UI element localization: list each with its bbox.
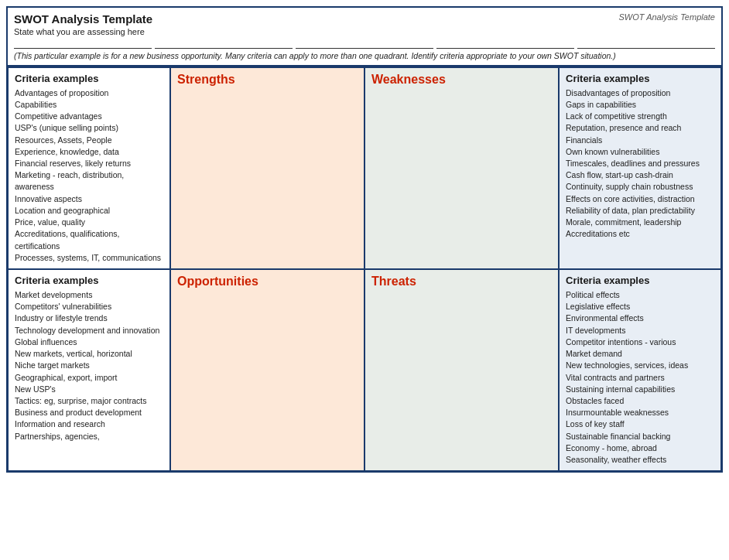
list-item: Lack of competitive strength [566,111,714,122]
weaknesses-quadrant: Weaknesses [364,67,559,269]
list-item: Processes, systems, IT, communications [15,252,163,264]
threats-quadrant: Threats [364,269,559,471]
list-item: USP's (unique selling points) [15,122,163,134]
list-item: IT developments [566,325,714,336]
swot-template: SWOT Analysis Template SWOT Analysis Tem… [6,6,723,473]
list-item: Price, value, quality [15,217,163,228]
list-item: Loss of key staff [566,418,714,430]
strengths-header: Strengths [177,73,358,87]
list-item: Disadvantages of proposition [566,87,714,99]
header: SWOT Analysis Template SWOT Analysis Tem… [8,8,721,66]
list-item: Legislative effects [566,301,714,312]
list-item: Advantages of proposition [15,87,163,99]
criteria-strengths-list: Advantages of propositionCapabilitiesCom… [15,87,163,264]
list-item: Information and research [15,418,163,430]
list-item: Location and geographical [15,205,163,217]
list-item: Geographical, export, import [15,372,163,384]
weaknesses-header: Weaknesses [371,73,552,87]
watermark: SWOT Analysis Template [618,12,715,22]
criteria-threats-header: Criteria examples [566,275,714,286]
list-item: New USP's [15,384,163,395]
criteria-weaknesses-list: Disadvantages of propositionGaps in capa… [566,87,714,241]
list-item: Reliability of data, plan predictability [566,205,714,217]
list-item: Global influences [15,336,163,348]
list-item: Accreditations, qualifications, certific… [15,228,163,251]
list-item: New markets, vertical, horizontal [15,348,163,360]
list-item: Resources, Assets, People [15,135,163,146]
criteria-opportunities-header: Criteria examples [15,275,163,286]
list-item: Environmental effects [566,312,714,324]
criteria-threats-list: Political effectsLegislative effectsEnvi… [566,289,714,466]
list-item: Continuity, supply chain robustness [566,181,714,193]
opportunities-header: Opportunities [177,275,358,289]
list-item: New technologies, services, ideas [566,360,714,371]
criteria-weaknesses-header: Criteria examples [566,73,714,84]
list-item: Market developments [15,289,163,301]
swot-grid: Criteria examples Advantages of proposit… [8,66,721,472]
list-item: Economy - home, abroad [566,442,714,454]
list-item: Industry or lifestyle trends [15,312,163,324]
criteria-weaknesses: Criteria examples Disadvantages of propo… [559,67,721,269]
list-item: Vital contracts and partners [566,372,714,384]
list-item: Experience, knowledge, data [15,146,163,158]
list-item: Insurmountable weaknesses [566,407,714,418]
description: (This particular example is for a new bu… [14,50,715,62]
list-item: Business and product development [15,407,163,418]
list-item: Competitive advantages [15,111,163,122]
list-item: Tactics: eg, surprise, major contracts [15,395,163,407]
subtitle: State what you are assessing here [14,27,715,49]
criteria-strengths-header: Criteria examples [15,73,163,84]
list-item: Technology development and innovation [15,325,163,336]
list-item: Competitor intentions - various [566,336,714,348]
list-item: Financials [566,135,714,146]
list-item: Obstacles faced [566,395,714,407]
list-item: Competitors' vulnerabilities [15,301,163,312]
criteria-strengths: Criteria examples Advantages of proposit… [8,67,170,269]
list-item: Partnerships, agencies, [15,431,163,442]
list-item: Gaps in capabilities [566,99,714,111]
criteria-opportunities: Criteria examples Market developmentsCom… [8,269,170,471]
list-item: Timescales, deadlines and pressures [566,158,714,169]
main-title: SWOT Analysis Template [14,12,152,26]
list-item: Reputation, presence and reach [566,122,714,134]
list-item: Innovative aspects [15,193,163,205]
list-item: Financial reserves, likely returns [15,158,163,169]
list-item: Political effects [566,289,714,301]
list-item: Effects on core activities, distraction [566,193,714,205]
opportunities-quadrant: Opportunities [170,269,364,471]
list-item: Sustainable financial backing [566,431,714,442]
list-item: Morale, commitment, leadership [566,217,714,228]
list-item: Capabilities [15,99,163,111]
list-item: Seasonality, weather effects [566,454,714,466]
list-item: Market demand [566,348,714,360]
list-item: Sustaining internal capabilities [566,384,714,395]
list-item: Marketing - reach, distribution, awarene… [15,169,163,193]
list-item: Cash flow, start-up cash-drain [566,169,714,181]
criteria-opportunities-list: Market developmentsCompetitors' vulnerab… [15,289,163,442]
strengths-quadrant: Strengths [170,67,364,269]
threats-header: Threats [371,275,552,289]
list-item: Niche target markets [15,360,163,371]
list-item: Own known vulnerabilities [566,146,714,158]
list-item: Accreditations etc [566,228,714,240]
criteria-threats: Criteria examples Political effectsLegis… [559,269,721,471]
